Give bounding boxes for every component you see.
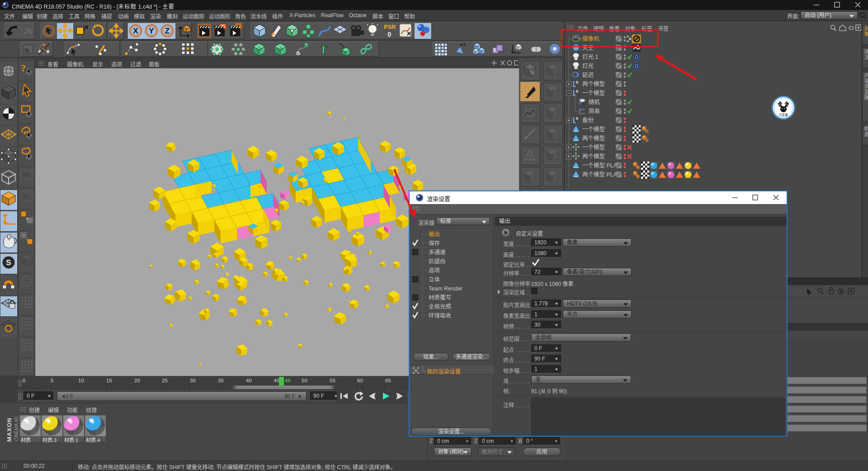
svg-text:材质覆写: 材质覆写 (429, 295, 451, 301)
svg-text:5: 5 (51, 378, 53, 383)
svg-text:0: 0 (387, 30, 391, 38)
svg-text:30: 30 (190, 378, 196, 383)
svg-text:备份: 备份 (582, 117, 594, 124)
svg-text:46: 46 (285, 378, 291, 383)
svg-text:Y: Y (149, 27, 154, 35)
svg-text:40: 40 (246, 378, 252, 383)
svg-text:两个模型 PLA: 两个模型 PLA (582, 171, 618, 178)
svg-text:S: S (6, 258, 11, 267)
svg-text:抗锯齿: 抗锯齿 (429, 258, 446, 265)
svg-text:Team Render: Team Render (429, 285, 462, 292)
svg-text:两个模型: 两个模型 (582, 153, 605, 160)
svg-text:两个模型: 两个模型 (582, 135, 605, 142)
svg-text:PS: PS (23, 172, 30, 178)
svg-text:一个模型 PLA: 一个模型 PLA (582, 162, 618, 169)
svg-text:ig: ig (25, 47, 29, 52)
svg-text:输出: 输出 (429, 231, 440, 238)
svg-text:55: 55 (330, 378, 335, 383)
svg-text:PSR: PSR (384, 24, 396, 30)
svg-text:全局光照: 全局光照 (429, 303, 451, 310)
svg-text:50: 50 (302, 378, 307, 383)
svg-text:65: 65 (385, 378, 391, 383)
svg-text:25: 25 (162, 378, 168, 383)
svg-text:随机: 随机 (589, 99, 600, 105)
svg-text:一个模型: 一个模型 (582, 144, 605, 151)
svg-text:T: T (319, 43, 328, 57)
svg-text:一个模型: 一个模型 (582, 90, 605, 96)
svg-text:简易: 简易 (589, 108, 600, 114)
svg-text:|-|: |-| (23, 193, 28, 200)
svg-text:选项: 选项 (429, 267, 440, 274)
svg-text:Z: Z (165, 27, 170, 35)
svg-text:?: ? (21, 62, 26, 74)
svg-text:20: 20 (134, 378, 140, 383)
svg-text:0: 0 (576, 89, 578, 94)
svg-text:立体: 立体 (429, 276, 440, 283)
svg-text:15: 15 (106, 378, 112, 383)
svg-text:10: 10 (78, 378, 84, 383)
svg-text:0: 0 (23, 378, 25, 383)
svg-text:45: 45 (274, 378, 279, 383)
svg-text:一个模型: 一个模型 (582, 126, 605, 133)
svg-text:60: 60 (357, 378, 363, 383)
svg-text:X: X (133, 27, 138, 35)
svg-text:0: 0 (576, 116, 578, 121)
svg-text:环境吸收: 环境吸收 (429, 312, 452, 319)
svg-text:保存: 保存 (429, 240, 440, 247)
svg-text:35: 35 (218, 378, 224, 383)
svg-text:多通道: 多通道 (429, 249, 446, 256)
